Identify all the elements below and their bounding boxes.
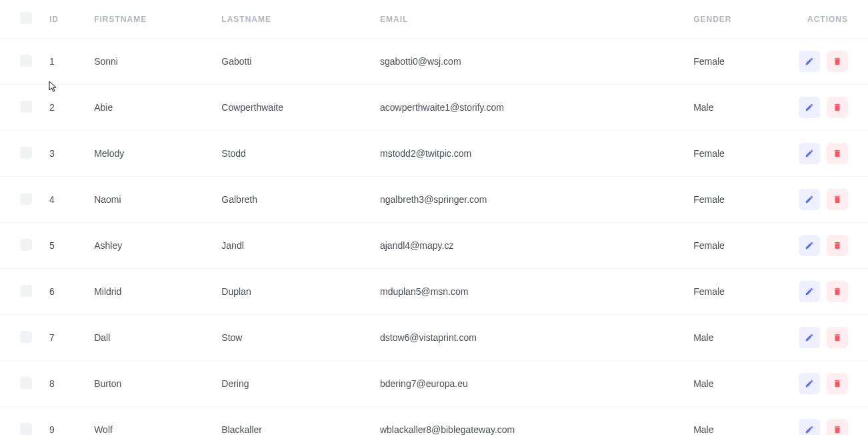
cell-actions bbox=[785, 269, 868, 315]
table-row: 6 Mildrid Duplan mduplan5@msn.com Female bbox=[0, 269, 868, 315]
cell-id: 7 bbox=[41, 315, 86, 361]
row-checkbox-cell bbox=[0, 177, 41, 223]
cell-firstname: Abie bbox=[86, 85, 213, 131]
edit-icon bbox=[805, 241, 814, 250]
cell-id: 2 bbox=[41, 85, 86, 131]
edit-button[interactable] bbox=[799, 419, 820, 435]
cell-email: sgabotti0@wsj.com bbox=[372, 39, 685, 85]
table-row: 3 Melody Stodd mstodd2@twitpic.com Femal… bbox=[0, 131, 868, 177]
cell-lastname: Stodd bbox=[213, 131, 372, 177]
row-checkbox-cell bbox=[0, 315, 41, 361]
cell-lastname: Stow bbox=[213, 315, 372, 361]
cell-actions bbox=[785, 407, 868, 436]
cell-lastname: Gabotti bbox=[213, 39, 372, 85]
cell-email: bdering7@europa.eu bbox=[372, 361, 685, 407]
row-checkbox[interactable] bbox=[20, 285, 32, 297]
row-checkbox[interactable] bbox=[20, 147, 32, 159]
header-email[interactable]: EMAIL bbox=[372, 0, 685, 39]
edit-button[interactable] bbox=[799, 97, 820, 118]
edit-button[interactable] bbox=[799, 189, 820, 210]
table-row: 4 Naomi Galbreth ngalbreth3@springer.com… bbox=[0, 177, 868, 223]
edit-icon bbox=[805, 149, 814, 158]
cell-id: 9 bbox=[41, 407, 86, 436]
delete-button[interactable] bbox=[827, 143, 848, 164]
table-row: 5 Ashley Jandl ajandl4@mapy.cz Female bbox=[0, 223, 868, 269]
row-checkbox[interactable] bbox=[20, 377, 32, 389]
table-row: 7 Dall Stow dstow6@vistaprint.com Male bbox=[0, 315, 868, 361]
header-firstname[interactable]: FIRSTNAME bbox=[86, 0, 213, 39]
cell-firstname: Burton bbox=[86, 361, 213, 407]
table-row: 2 Abie Cowperthwaite acowperthwaite1@sto… bbox=[0, 85, 868, 131]
cell-email: mduplan5@msn.com bbox=[372, 269, 685, 315]
row-checkbox[interactable] bbox=[20, 239, 32, 251]
edit-button[interactable] bbox=[799, 373, 820, 394]
header-id[interactable]: ID bbox=[41, 0, 86, 39]
trash-icon bbox=[833, 425, 842, 434]
cell-gender: Female bbox=[685, 131, 785, 177]
cell-id: 1 bbox=[41, 39, 86, 85]
row-checkbox-cell bbox=[0, 223, 41, 269]
edit-button[interactable] bbox=[799, 143, 820, 164]
delete-button[interactable] bbox=[827, 235, 848, 256]
cell-actions bbox=[785, 177, 868, 223]
edit-icon bbox=[805, 333, 814, 342]
trash-icon bbox=[833, 103, 842, 112]
delete-button[interactable] bbox=[827, 281, 848, 302]
delete-button[interactable] bbox=[827, 327, 848, 348]
cell-gender: Male bbox=[685, 361, 785, 407]
cell-actions bbox=[785, 361, 868, 407]
edit-icon bbox=[805, 379, 814, 388]
cell-lastname: Duplan bbox=[213, 269, 372, 315]
cell-gender: Male bbox=[685, 85, 785, 131]
row-checkbox-cell bbox=[0, 361, 41, 407]
delete-button[interactable] bbox=[827, 51, 848, 72]
row-checkbox-cell bbox=[0, 269, 41, 315]
table-row: 9 Wolf Blackaller wblackaller8@biblegate… bbox=[0, 407, 868, 436]
header-lastname[interactable]: LASTNAME bbox=[213, 0, 372, 39]
cell-email: mstodd2@twitpic.com bbox=[372, 131, 685, 177]
cell-lastname: Blackaller bbox=[213, 407, 372, 436]
row-checkbox[interactable] bbox=[20, 101, 32, 113]
cell-firstname: Sonni bbox=[86, 39, 213, 85]
cell-gender: Female bbox=[685, 269, 785, 315]
cell-lastname: Galbreth bbox=[213, 177, 372, 223]
row-checkbox-cell bbox=[0, 39, 41, 85]
delete-button[interactable] bbox=[827, 97, 848, 118]
cell-gender: Male bbox=[685, 315, 785, 361]
edit-button[interactable] bbox=[799, 281, 820, 302]
cell-email: acowperthwaite1@storify.com bbox=[372, 85, 685, 131]
row-checkbox[interactable] bbox=[20, 331, 32, 343]
cell-gender: Female bbox=[685, 223, 785, 269]
row-checkbox[interactable] bbox=[20, 423, 32, 435]
cell-gender: Male bbox=[685, 407, 785, 436]
edit-icon bbox=[805, 425, 814, 434]
trash-icon bbox=[833, 287, 842, 296]
cell-email: wblackaller8@biblegateway.com bbox=[372, 407, 685, 436]
cell-actions bbox=[785, 39, 868, 85]
edit-icon bbox=[805, 57, 814, 66]
cell-firstname: Wolf bbox=[86, 407, 213, 436]
trash-icon bbox=[833, 195, 842, 204]
cell-id: 6 bbox=[41, 269, 86, 315]
cell-gender: Female bbox=[685, 39, 785, 85]
edit-icon bbox=[805, 103, 814, 112]
cell-email: ajandl4@mapy.cz bbox=[372, 223, 685, 269]
cell-id: 5 bbox=[41, 223, 86, 269]
delete-button[interactable] bbox=[827, 373, 848, 394]
cell-id: 4 bbox=[41, 177, 86, 223]
cell-firstname: Ashley bbox=[86, 223, 213, 269]
row-checkbox[interactable] bbox=[20, 55, 32, 67]
cell-id: 8 bbox=[41, 361, 86, 407]
delete-button[interactable] bbox=[827, 419, 848, 435]
row-checkbox[interactable] bbox=[20, 193, 32, 205]
delete-button[interactable] bbox=[827, 189, 848, 210]
edit-button[interactable] bbox=[799, 235, 820, 256]
select-all-checkbox[interactable] bbox=[20, 12, 32, 24]
trash-icon bbox=[833, 333, 842, 342]
table-row: 8 Burton Dering bdering7@europa.eu Male bbox=[0, 361, 868, 407]
header-gender[interactable]: GENDER bbox=[685, 0, 785, 39]
edit-button[interactable] bbox=[799, 51, 820, 72]
edit-button[interactable] bbox=[799, 327, 820, 348]
cell-actions bbox=[785, 223, 868, 269]
trash-icon bbox=[833, 57, 842, 66]
